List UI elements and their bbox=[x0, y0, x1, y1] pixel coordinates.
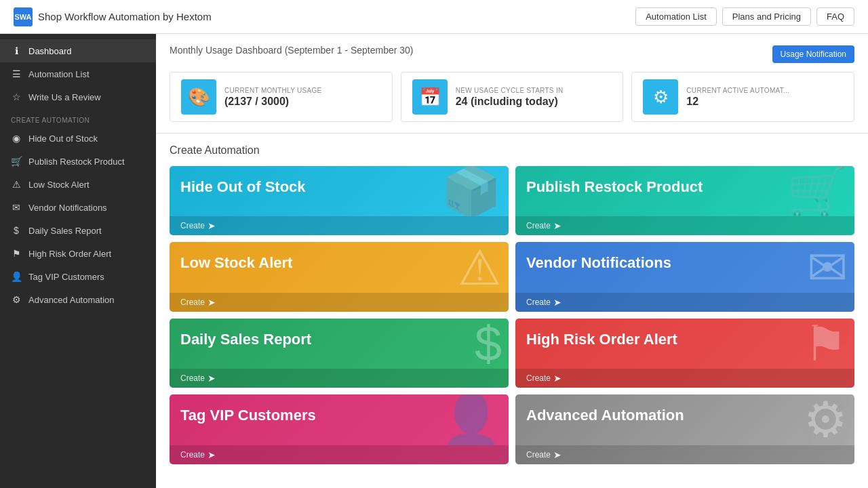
sidebar-item-label: Tag VIP Customers bbox=[28, 272, 104, 282]
card-create-label: Create bbox=[180, 221, 205, 230]
usage-icon-active: ⚙ bbox=[643, 79, 678, 115]
arrow-icon: ➤ bbox=[553, 220, 561, 231]
automation-grid: Hide Out of Stock 📦 Create ➤ Publish Res… bbox=[170, 166, 854, 464]
app-brand: SWA Shop Workflow Automation by Hextom bbox=[14, 7, 212, 26]
sidebar-item-label: Daily Sales Report bbox=[28, 226, 102, 236]
card-vendor-notifications[interactable]: Vendor Notifications ✉ Create ➤ bbox=[515, 242, 854, 311]
sidebar: ℹ Dashboard ☰ Automation List ☆ Write Us… bbox=[0, 34, 156, 488]
card-advanced[interactable]: Advanced Automation ⚙ Create ➤ bbox=[515, 394, 854, 464]
sidebar-item-tag-vip[interactable]: 👤 Tag VIP Customers bbox=[0, 265, 156, 288]
card-create-label: Create bbox=[180, 373, 205, 383]
usage-section: Monthly Usage Dashboard (September 1 - S… bbox=[156, 34, 868, 134]
arrow-icon: ➤ bbox=[553, 449, 561, 460]
arrow-icon: ➤ bbox=[553, 373, 561, 384]
card-footer[interactable]: Create ➤ bbox=[170, 445, 509, 464]
card-body: High Risk Order Alert ⚑ bbox=[515, 319, 854, 369]
usage-label-active: CURRENT ACTIVE AUTOMAT... bbox=[686, 87, 789, 94]
card-body: Tag VIP Customers 👤 bbox=[170, 394, 509, 445]
card-low-stock[interactable]: Low Stock Alert ⚠ Create ➤ bbox=[170, 242, 509, 311]
gear-icon: ⚙ bbox=[11, 294, 22, 305]
info-icon: ℹ bbox=[11, 45, 22, 56]
arrow-icon: ➤ bbox=[208, 297, 216, 308]
card-footer[interactable]: Create ➤ bbox=[515, 216, 854, 235]
sidebar-item-daily-sales[interactable]: $ Daily Sales Report bbox=[0, 219, 156, 242]
sidebar-item-label: High Risk Order Alert bbox=[28, 249, 111, 259]
sidebar-item-advanced[interactable]: ⚙ Advanced Automation bbox=[0, 288, 156, 311]
arrow-icon: ➤ bbox=[208, 373, 216, 384]
card-create-label: Create bbox=[526, 298, 551, 307]
card-title: Tag VIP Customers bbox=[180, 407, 498, 424]
sidebar-item-label: Dashboard bbox=[28, 46, 72, 56]
usage-card-cycle: 📅 NEW USAGE CYCLE STARTS IN 24 (includin… bbox=[401, 72, 624, 122]
usage-icon-cycle: 📅 bbox=[412, 79, 448, 115]
create-section: Create Automation Hide Out of Stock 📦 Cr… bbox=[156, 134, 868, 475]
sidebar-item-label: Publish Restock Product bbox=[28, 157, 125, 167]
card-footer[interactable]: Create ➤ bbox=[515, 445, 854, 464]
usage-cards: 🎨 CURRENT MONTHLY USAGE (2137 / 3000) 📅 … bbox=[170, 72, 854, 122]
arrow-icon: ➤ bbox=[208, 220, 216, 231]
card-body: Publish Restock Product 🛒 bbox=[515, 166, 854, 216]
sidebar-item-dashboard[interactable]: ℹ Dashboard bbox=[0, 39, 156, 62]
card-create-label: Create bbox=[526, 221, 551, 230]
sidebar-item-label: Advanced Automation bbox=[28, 295, 114, 305]
user-icon: 👤 bbox=[11, 271, 22, 282]
main-layout: ℹ Dashboard ☰ Automation List ☆ Write Us… bbox=[0, 34, 868, 488]
card-create-label: Create bbox=[526, 373, 551, 383]
faq-btn[interactable]: FAQ bbox=[816, 7, 854, 26]
card-footer[interactable]: Create ➤ bbox=[515, 369, 854, 388]
usage-label-monthly: CURRENT MONTHLY USAGE bbox=[224, 87, 322, 94]
card-footer[interactable]: Create ➤ bbox=[170, 369, 509, 388]
alert-icon: ⚠ bbox=[11, 179, 22, 190]
automation-list-btn[interactable]: Automation List bbox=[635, 7, 717, 26]
usage-notification-btn[interactable]: Usage Notification bbox=[772, 45, 854, 63]
sidebar-item-high-risk[interactable]: ⚑ High Risk Order Alert bbox=[0, 242, 156, 265]
sidebar-item-low-stock[interactable]: ⚠ Low Stock Alert bbox=[0, 173, 156, 196]
card-high-risk[interactable]: High Risk Order Alert ⚑ Create ➤ bbox=[515, 319, 854, 388]
card-title: Vendor Notifications bbox=[526, 254, 844, 272]
mail-icon: ✉ bbox=[11, 202, 22, 213]
card-footer[interactable]: Create ➤ bbox=[515, 293, 854, 312]
card-footer[interactable]: Create ➤ bbox=[170, 293, 509, 312]
card-title: Hide Out of Stock bbox=[180, 178, 498, 196]
card-body: Daily Sales Report $ bbox=[170, 319, 509, 369]
card-footer[interactable]: Create ➤ bbox=[170, 216, 509, 235]
sidebar-item-review[interactable]: ☆ Write Us a Review bbox=[0, 85, 156, 108]
usage-top-row: Monthly Usage Dashboard (September 1 - S… bbox=[170, 45, 854, 64]
card-publish-restock[interactable]: Publish Restock Product 🛒 Create ➤ bbox=[515, 166, 854, 235]
sidebar-item-vendor-notifications[interactable]: ✉ Vendor Notifications bbox=[0, 196, 156, 219]
app-title: Shop Workflow Automation by Hextom bbox=[38, 11, 212, 22]
usage-card-active: ⚙ CURRENT ACTIVE AUTOMAT... 12 bbox=[631, 72, 854, 122]
card-daily-sales[interactable]: Daily Sales Report $ Create ➤ bbox=[170, 319, 509, 388]
card-body: Vendor Notifications ✉ bbox=[515, 242, 854, 292]
cart-icon: 🛒 bbox=[11, 156, 22, 167]
usage-icon-monthly: 🎨 bbox=[181, 79, 216, 115]
dollar-icon: $ bbox=[11, 225, 22, 236]
flag-icon: ⚑ bbox=[11, 248, 22, 259]
usage-card-text-active: CURRENT ACTIVE AUTOMAT... 12 bbox=[686, 87, 789, 108]
card-tag-vip[interactable]: Tag VIP Customers 👤 Create ➤ bbox=[170, 394, 509, 464]
card-create-label: Create bbox=[180, 450, 205, 460]
usage-value-monthly: (2137 / 3000) bbox=[224, 96, 322, 108]
card-title: Low Stock Alert bbox=[180, 254, 498, 272]
app-logo: SWA bbox=[14, 7, 33, 26]
sidebar-item-automation-list[interactable]: ☰ Automation List bbox=[0, 62, 156, 85]
sidebar-item-label: Automation List bbox=[28, 69, 90, 79]
sidebar-item-label: Write Us a Review bbox=[28, 92, 101, 102]
card-title: Daily Sales Report bbox=[180, 331, 498, 348]
card-title: Advanced Automation bbox=[526, 407, 844, 424]
plans-pricing-btn[interactable]: Plans and Pricing bbox=[722, 7, 811, 26]
usage-title: Monthly Usage Dashboard (September 1 - S… bbox=[170, 45, 414, 56]
sidebar-item-publish-restock[interactable]: 🛒 Publish Restock Product bbox=[0, 150, 156, 173]
sidebar-item-label: Low Stock Alert bbox=[28, 180, 90, 190]
card-create-label: Create bbox=[180, 298, 205, 307]
content-area: Monthly Usage Dashboard (September 1 - S… bbox=[156, 34, 868, 488]
usage-card-text-monthly: CURRENT MONTHLY USAGE (2137 / 3000) bbox=[224, 87, 322, 108]
top-header: SWA Shop Workflow Automation by Hextom A… bbox=[0, 0, 868, 34]
card-hide-out-of-stock[interactable]: Hide Out of Stock 📦 Create ➤ bbox=[170, 166, 509, 235]
card-title: High Risk Order Alert bbox=[526, 331, 844, 348]
usage-value-active: 12 bbox=[686, 96, 789, 108]
header-actions: Automation List Plans and Pricing FAQ bbox=[635, 7, 854, 26]
arrow-icon: ➤ bbox=[208, 449, 216, 460]
sidebar-item-hide-out-of-stock[interactable]: ◉ Hide Out of Stock bbox=[0, 127, 156, 150]
list-icon: ☰ bbox=[11, 68, 22, 79]
